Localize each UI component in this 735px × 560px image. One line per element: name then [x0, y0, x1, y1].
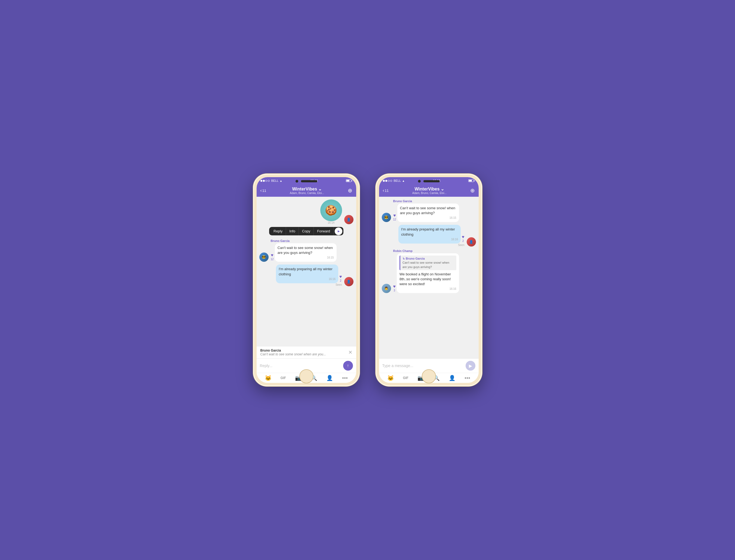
msg-row-bruno-2: 😎 Bruno Garcia ♥ 12 Can't wait to see so… — [382, 199, 476, 222]
gif-btn-2[interactable]: GIF — [403, 376, 408, 380]
sender-name-2: Bruno Garcia — [393, 199, 459, 203]
reply-btn[interactable]: Reply — [270, 227, 286, 235]
chat-area-2: 😎 Bruno Garcia ♥ 12 Can't wait to see so… — [379, 197, 479, 358]
back-count-1: 11 — [262, 189, 266, 193]
wifi-icon-2: ▲ — [402, 179, 405, 182]
speaker — [301, 180, 317, 182]
phone-1: BELL ▲ 16:16 ‹ 11 — [253, 174, 359, 386]
reaction-2[interactable]: ♥ 12 — [393, 213, 396, 221]
bubble-wrap-bruno-2: Bruno Garcia ♥ 12 Can't wait to see some… — [393, 199, 459, 222]
wifi-icon-1: ▲ — [279, 179, 282, 182]
camera — [296, 180, 298, 183]
phone-2: BELL ▲ 16:16 ‹ 11 — [376, 174, 482, 386]
msg-reaction-wrap-robin: ♥ 3 ↳ Bruno Garcia Can't wait to see som… — [393, 253, 459, 293]
contact-btn-2[interactable]: 👤 — [449, 375, 456, 381]
reaction-1[interactable]: ♥ 12 — [271, 253, 274, 261]
reaction-count-out-1: 2 — [340, 279, 342, 282]
send-btn-1[interactable]: ↑ — [343, 361, 353, 371]
dropdown-icon-2: ⌄ — [441, 186, 444, 192]
reaction-count-2: 12 — [393, 218, 396, 221]
forward-btn[interactable]: Forward — [314, 227, 334, 235]
battery-2 — [468, 179, 475, 182]
bubble-out-2[interactable]: I'm already preparing all my winter clot… — [398, 225, 461, 243]
reaction-out-1[interactable]: ♥ 2 — [339, 274, 342, 282]
camera-2 — [418, 180, 421, 183]
heart-icon-out-1: ♥ — [339, 274, 342, 279]
avatar-sticker: 👤 — [344, 215, 353, 224]
avatar-robin: 👨 — [382, 284, 391, 293]
reaction-out-2[interactable]: ♥ 2 — [462, 235, 465, 242]
avatar-user-2: 👤 — [467, 237, 476, 247]
more-btn-2[interactable]: ••• — [465, 375, 470, 381]
quoted-text: Can't wait to see some snow! when are yo… — [402, 261, 454, 269]
bubble-time-out-1: 16:16 — [279, 277, 336, 281]
add-contact-btn-1[interactable]: ⊕ — [348, 187, 352, 194]
header-subtitle-2: Adam, Bruno, Camiia, Eloi... — [391, 192, 468, 195]
send-btn-2[interactable]: ▶ — [466, 361, 475, 371]
context-menu-row: Reply Info Copy Forward — [259, 227, 353, 236]
seen-text-1: Seen — [276, 283, 342, 286]
signal-dots-2 — [383, 179, 393, 182]
bubble-bruno-1[interactable]: Can't wait to see some snow! when are yo… — [275, 243, 337, 262]
reaction-count-robin: 3 — [393, 289, 395, 292]
home-btn-2[interactable] — [422, 369, 436, 383]
back-btn-1[interactable]: ‹ 11 — [260, 188, 266, 193]
group-name-1[interactable]: WinterVibes ⌄ — [268, 186, 345, 192]
add-contact-btn-2[interactable]: ⊕ — [470, 187, 475, 194]
scene: BELL ▲ 16:16 ‹ 11 — [242, 163, 493, 397]
contact-btn-1[interactable]: 👤 — [326, 375, 333, 381]
back-btn-2[interactable]: ‹ 11 — [383, 188, 389, 193]
reply-preview-name-1: Bruno Garcia — [260, 349, 326, 352]
emoji-btn-2[interactable]: 🐱 — [387, 375, 394, 381]
header-subtitle-1: Adam, Bruno, Camiia, Eloi... — [268, 192, 345, 195]
dropdown-icon-1: ⌄ — [318, 186, 322, 192]
signal-dots — [260, 179, 270, 182]
msg-row-bruno-1: 😎 Bruno Garcia ♥ 12 Can't wait to see so… — [259, 239, 353, 262]
app-header-1: ‹ 11 WinterVibes ⌄ Adam, Bruno, Camiia, … — [257, 184, 356, 197]
heart-icon-robin: ♥ — [393, 284, 396, 289]
sender-name-1: Bruno Garcia — [271, 239, 337, 242]
carrier-1: BELL — [271, 179, 279, 182]
reaction-count-out-2: 2 — [462, 239, 464, 242]
bubble-wrap-robin: Robin Champ ♥ 3 ↳ Bruno Garcia Can't wai… — [393, 249, 459, 293]
heart-icon-out-2: ♥ — [462, 235, 465, 239]
copy-btn[interactable]: Copy — [299, 227, 314, 235]
info-btn[interactable]: Info — [286, 227, 299, 235]
sticker: 🍪 — [320, 199, 342, 221]
heart-icon-2: ♥ — [393, 213, 396, 218]
bubble-wrap-bruno-1: Bruno Garcia ♥ 12 Can't wait to see some… — [271, 239, 337, 262]
bubble-time-out-2: 16:16 — [401, 238, 458, 241]
play-btn[interactable] — [335, 227, 342, 235]
more-btn-1[interactable]: ••• — [342, 375, 348, 381]
context-menu: Reply Info Copy Forward — [269, 227, 343, 235]
sender-name-robin: Robin Champ — [393, 249, 459, 253]
reaction-robin[interactable]: ♥ 3 — [393, 284, 396, 292]
reply-preview-text-1: Can't wait to see some snow! when are yo… — [260, 352, 326, 356]
home-btn-1[interactable] — [299, 369, 313, 383]
bubble-out-1[interactable]: I'm already preparing all my winter clot… — [276, 264, 338, 283]
quoted-reply: ↳ Bruno Garcia Can't wait to see some sn… — [399, 256, 456, 270]
bubble-bruno-2[interactable]: Can't wait to see some snow! when are yo… — [397, 204, 459, 222]
emoji-btn-1[interactable]: 🐱 — [265, 375, 272, 381]
bubble-wrap-out-2: I'm already preparing all my winter clot… — [398, 225, 464, 246]
bubble-robin[interactable]: ↳ Bruno Garcia Can't wait to see some sn… — [397, 253, 459, 293]
heart-icon-1: ♥ — [271, 253, 273, 258]
reply-close-btn-1[interactable]: ✕ — [348, 349, 352, 355]
msg-row-robin: 👨 Robin Champ ♥ 3 ↳ Bruno Garcia — [382, 249, 476, 293]
group-name-2[interactable]: WinterVibes ⌄ — [391, 186, 468, 192]
reply-preview-content-1: Bruno Garcia Can't wait to see some snow… — [260, 349, 326, 356]
msg-reaction-wrap-2: ♥ 12 Can't wait to see some snow! when a… — [393, 204, 459, 222]
quoted-name: ↳ Bruno Garcia — [402, 257, 454, 261]
message-input-1[interactable] — [260, 364, 341, 368]
reaction-count-1: 12 — [271, 258, 274, 261]
battery-1 — [346, 179, 352, 182]
seen-text-2: Seen — [398, 244, 464, 247]
carrier-2: BELL — [394, 179, 401, 182]
msg-reaction-wrap-out-1: I'm already preparing all my winter clot… — [276, 264, 342, 283]
speaker-2 — [423, 180, 440, 182]
msg-reaction-wrap-out-2: I'm already preparing all my winter clot… — [398, 225, 464, 243]
chat-area-1: 🍪 16:14 👤 Reply Info Copy Forward — [257, 197, 356, 346]
app-header-2: ‹ 11 WinterVibes ⌄ Adam, Bruno, Camiia, … — [379, 184, 479, 197]
gif-btn-1[interactable]: GIF — [281, 376, 286, 380]
message-input-2[interactable] — [382, 364, 463, 368]
